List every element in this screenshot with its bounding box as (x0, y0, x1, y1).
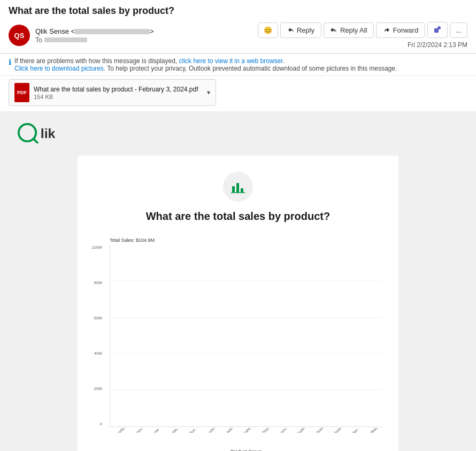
y-label-100: 100M (91, 245, 102, 250)
action-col: 😊 Reply Reply All (258, 22, 467, 49)
x-label: Outdoor Recreation (168, 428, 182, 433)
x-label: Automotive (277, 428, 290, 433)
attachment-size: 154 KB (34, 94, 198, 100)
y-label-20: 20M (94, 386, 102, 391)
attachment-name: What are the total sales by product - Fe… (34, 86, 198, 93)
x-label: Clothing (240, 428, 254, 433)
svg-text:lik: lik (41, 126, 56, 141)
bars-area (110, 245, 382, 426)
sender-name: Qlik Sense <> (35, 27, 154, 35)
qlik-logo-svg: lik (17, 122, 78, 143)
chart-total-label: Total Sales: $104.9M (110, 238, 382, 243)
y-label-60: 60M (94, 316, 102, 320)
to-line: To (35, 36, 154, 44)
sender-details: Qlik Sense <> To (35, 27, 154, 44)
chevron-down-icon: ▾ (207, 89, 210, 96)
x-label: Software (367, 428, 381, 433)
chart-title: What are the total sales by product? (88, 210, 388, 223)
attachment-details: What are the total sales by product - Fe… (34, 86, 198, 100)
teams-icon (433, 26, 442, 34)
x-axis-label: Product Group (110, 449, 382, 451)
x-label: Sporting Goods (204, 428, 218, 433)
timestamp: Fri 2/2/2024 2:13 PM (408, 41, 467, 49)
x-labels-row: ProductConsumer ElectronicsHome GoodsOut… (110, 428, 382, 433)
content-card: What are the total sales by product? Tot… (78, 156, 398, 451)
y-label-80: 80M (94, 280, 102, 285)
email-subject: What are the total sales by product? (9, 5, 467, 17)
svg-point-1 (437, 26, 441, 29)
email-body: lik What are the total sales by product?… (0, 111, 476, 451)
reply-all-button[interactable]: Reply All (324, 22, 374, 38)
qlik-logo: lik (9, 122, 467, 156)
x-label: Books (295, 428, 309, 433)
x-label: Toys (258, 428, 272, 433)
svg-line-3 (33, 139, 37, 143)
bar-chart-icon (230, 179, 246, 195)
warning-text: If there are problems with how this mess… (14, 57, 397, 72)
download-pictures-link[interactable]: Click here to download pictures. (14, 65, 105, 72)
email-meta-row: QS Qlik Sense <> To 😊 Reply (9, 22, 467, 49)
svg-rect-7 (241, 188, 243, 193)
attachment-bar: PDF What are the total sales by product … (0, 76, 476, 111)
x-label: Consumer Electronics (132, 428, 146, 433)
pdf-icon: PDF (14, 83, 29, 102)
chart-y-axis: 100M 80M 60M 40M 20M 0 (91, 245, 102, 426)
more-button[interactable]: ... (450, 22, 467, 38)
x-label: Video Games (349, 428, 363, 433)
svg-rect-6 (236, 183, 239, 193)
x-label: Home Goods (150, 428, 164, 433)
x-label: Music (312, 428, 326, 433)
avatar: QS (9, 25, 30, 46)
x-label: Movies (331, 428, 344, 433)
forward-button[interactable]: Forward (376, 22, 425, 38)
chart-icon-circle (223, 172, 253, 202)
teams-button[interactable] (427, 22, 448, 38)
y-label-0: 0 (100, 422, 102, 426)
bar-chart: 100M 80M 60M 40M 20M 0 (110, 245, 382, 427)
bar-chart-container: Total Sales: $104.9M 100M 80M 60M 40M 20… (88, 233, 388, 451)
reply-all-icon (331, 26, 338, 34)
attachment-item[interactable]: PDF What are the total sales by product … (9, 79, 216, 106)
x-label: Beauty Products (222, 428, 236, 433)
svg-rect-5 (232, 186, 235, 193)
sender-email-redacted (75, 29, 150, 34)
view-browser-link[interactable]: click here to view it in a web browser. (179, 57, 284, 65)
chart-icon-container (88, 172, 388, 202)
info-icon: ℹ (9, 58, 11, 66)
x-label: Product (114, 428, 128, 433)
forward-icon (383, 26, 390, 34)
recipient-redacted (44, 37, 87, 42)
reply-button[interactable]: Reply (280, 22, 321, 38)
warning-bar: ℹ If there are problems with how this me… (0, 53, 476, 76)
x-label: Office Supplies (186, 428, 200, 433)
sender-info: QS Qlik Sense <> To (9, 25, 154, 46)
reply-icon (287, 26, 295, 34)
emoji-button[interactable]: 😊 (258, 22, 278, 38)
y-label-40: 40M (94, 351, 102, 356)
action-buttons: 😊 Reply Reply All (258, 22, 467, 38)
email-header: What are the total sales by product? QS … (0, 0, 476, 53)
svg-rect-0 (434, 28, 439, 33)
